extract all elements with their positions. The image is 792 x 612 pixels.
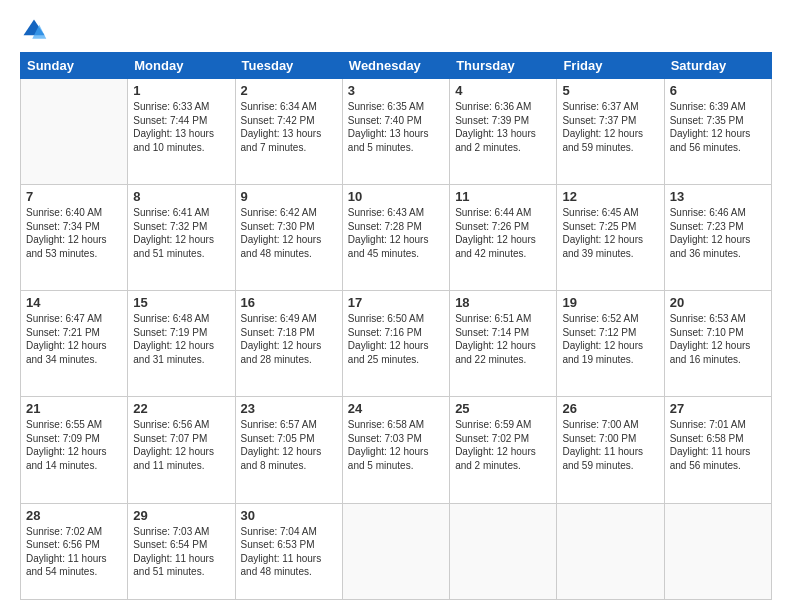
calendar-cell: 29Sunrise: 7:03 AM Sunset: 6:54 PM Dayli… [128,503,235,600]
calendar-cell: 23Sunrise: 6:57 AM Sunset: 7:05 PM Dayli… [235,397,342,503]
weekday-header-monday: Monday [128,53,235,79]
logo [20,16,52,44]
day-info: Sunrise: 6:58 AM Sunset: 7:03 PM Dayligh… [348,418,444,472]
calendar-cell: 7Sunrise: 6:40 AM Sunset: 7:34 PM Daylig… [21,185,128,291]
calendar-cell: 20Sunrise: 6:53 AM Sunset: 7:10 PM Dayli… [664,291,771,397]
day-number: 11 [455,189,551,204]
calendar-cell: 19Sunrise: 6:52 AM Sunset: 7:12 PM Dayli… [557,291,664,397]
weekday-header-saturday: Saturday [664,53,771,79]
day-number: 4 [455,83,551,98]
day-number: 7 [26,189,122,204]
day-info: Sunrise: 6:53 AM Sunset: 7:10 PM Dayligh… [670,312,766,366]
day-info: Sunrise: 6:34 AM Sunset: 7:42 PM Dayligh… [241,100,337,154]
day-number: 17 [348,295,444,310]
day-number: 6 [670,83,766,98]
day-info: Sunrise: 7:04 AM Sunset: 6:53 PM Dayligh… [241,525,337,579]
calendar-cell: 30Sunrise: 7:04 AM Sunset: 6:53 PM Dayli… [235,503,342,600]
calendar-cell: 16Sunrise: 6:49 AM Sunset: 7:18 PM Dayli… [235,291,342,397]
day-info: Sunrise: 6:45 AM Sunset: 7:25 PM Dayligh… [562,206,658,260]
calendar-table: SundayMondayTuesdayWednesdayThursdayFrid… [20,52,772,600]
calendar-cell: 17Sunrise: 6:50 AM Sunset: 7:16 PM Dayli… [342,291,449,397]
week-row-1: 1Sunrise: 6:33 AM Sunset: 7:44 PM Daylig… [21,79,772,185]
day-number: 23 [241,401,337,416]
day-info: Sunrise: 6:41 AM Sunset: 7:32 PM Dayligh… [133,206,229,260]
day-number: 25 [455,401,551,416]
calendar-cell: 2Sunrise: 6:34 AM Sunset: 7:42 PM Daylig… [235,79,342,185]
day-number: 2 [241,83,337,98]
weekday-header-sunday: Sunday [21,53,128,79]
week-row-4: 21Sunrise: 6:55 AM Sunset: 7:09 PM Dayli… [21,397,772,503]
week-row-3: 14Sunrise: 6:47 AM Sunset: 7:21 PM Dayli… [21,291,772,397]
day-info: Sunrise: 6:51 AM Sunset: 7:14 PM Dayligh… [455,312,551,366]
day-info: Sunrise: 6:40 AM Sunset: 7:34 PM Dayligh… [26,206,122,260]
day-number: 28 [26,508,122,523]
weekday-header-wednesday: Wednesday [342,53,449,79]
day-number: 9 [241,189,337,204]
header [20,16,772,44]
calendar-cell: 9Sunrise: 6:42 AM Sunset: 7:30 PM Daylig… [235,185,342,291]
day-number: 21 [26,401,122,416]
calendar-cell: 1Sunrise: 6:33 AM Sunset: 7:44 PM Daylig… [128,79,235,185]
day-info: Sunrise: 6:56 AM Sunset: 7:07 PM Dayligh… [133,418,229,472]
day-info: Sunrise: 7:03 AM Sunset: 6:54 PM Dayligh… [133,525,229,579]
weekday-header-row: SundayMondayTuesdayWednesdayThursdayFrid… [21,53,772,79]
calendar-cell: 13Sunrise: 6:46 AM Sunset: 7:23 PM Dayli… [664,185,771,291]
day-info: Sunrise: 7:01 AM Sunset: 6:58 PM Dayligh… [670,418,766,472]
day-info: Sunrise: 6:55 AM Sunset: 7:09 PM Dayligh… [26,418,122,472]
day-info: Sunrise: 6:39 AM Sunset: 7:35 PM Dayligh… [670,100,766,154]
calendar-cell: 3Sunrise: 6:35 AM Sunset: 7:40 PM Daylig… [342,79,449,185]
day-info: Sunrise: 6:33 AM Sunset: 7:44 PM Dayligh… [133,100,229,154]
calendar-cell: 5Sunrise: 6:37 AM Sunset: 7:37 PM Daylig… [557,79,664,185]
day-number: 18 [455,295,551,310]
calendar-cell: 15Sunrise: 6:48 AM Sunset: 7:19 PM Dayli… [128,291,235,397]
calendar-cell: 12Sunrise: 6:45 AM Sunset: 7:25 PM Dayli… [557,185,664,291]
day-number: 8 [133,189,229,204]
calendar-cell: 14Sunrise: 6:47 AM Sunset: 7:21 PM Dayli… [21,291,128,397]
day-number: 26 [562,401,658,416]
day-number: 16 [241,295,337,310]
calendar-cell [21,79,128,185]
week-row-2: 7Sunrise: 6:40 AM Sunset: 7:34 PM Daylig… [21,185,772,291]
day-info: Sunrise: 6:49 AM Sunset: 7:18 PM Dayligh… [241,312,337,366]
week-row-5: 28Sunrise: 7:02 AM Sunset: 6:56 PM Dayli… [21,503,772,600]
calendar-cell: 24Sunrise: 6:58 AM Sunset: 7:03 PM Dayli… [342,397,449,503]
day-number: 10 [348,189,444,204]
page: SundayMondayTuesdayWednesdayThursdayFrid… [0,0,792,612]
calendar-cell [342,503,449,600]
day-number: 24 [348,401,444,416]
day-number: 12 [562,189,658,204]
day-info: Sunrise: 6:42 AM Sunset: 7:30 PM Dayligh… [241,206,337,260]
calendar-cell: 28Sunrise: 7:02 AM Sunset: 6:56 PM Dayli… [21,503,128,600]
calendar-cell: 21Sunrise: 6:55 AM Sunset: 7:09 PM Dayli… [21,397,128,503]
day-number: 22 [133,401,229,416]
day-number: 14 [26,295,122,310]
day-info: Sunrise: 6:52 AM Sunset: 7:12 PM Dayligh… [562,312,658,366]
day-info: Sunrise: 6:36 AM Sunset: 7:39 PM Dayligh… [455,100,551,154]
calendar-cell: 18Sunrise: 6:51 AM Sunset: 7:14 PM Dayli… [450,291,557,397]
day-number: 30 [241,508,337,523]
day-info: Sunrise: 6:47 AM Sunset: 7:21 PM Dayligh… [26,312,122,366]
day-number: 29 [133,508,229,523]
calendar-cell: 26Sunrise: 7:00 AM Sunset: 7:00 PM Dayli… [557,397,664,503]
weekday-header-tuesday: Tuesday [235,53,342,79]
logo-icon [20,16,48,44]
calendar-cell: 22Sunrise: 6:56 AM Sunset: 7:07 PM Dayli… [128,397,235,503]
calendar-cell: 6Sunrise: 6:39 AM Sunset: 7:35 PM Daylig… [664,79,771,185]
weekday-header-thursday: Thursday [450,53,557,79]
day-number: 15 [133,295,229,310]
day-number: 5 [562,83,658,98]
calendar-cell [664,503,771,600]
calendar-cell [450,503,557,600]
day-number: 20 [670,295,766,310]
day-info: Sunrise: 6:50 AM Sunset: 7:16 PM Dayligh… [348,312,444,366]
day-info: Sunrise: 6:59 AM Sunset: 7:02 PM Dayligh… [455,418,551,472]
day-info: Sunrise: 6:37 AM Sunset: 7:37 PM Dayligh… [562,100,658,154]
day-number: 3 [348,83,444,98]
day-info: Sunrise: 6:43 AM Sunset: 7:28 PM Dayligh… [348,206,444,260]
day-number: 27 [670,401,766,416]
calendar-cell: 27Sunrise: 7:01 AM Sunset: 6:58 PM Dayli… [664,397,771,503]
day-info: Sunrise: 6:44 AM Sunset: 7:26 PM Dayligh… [455,206,551,260]
day-info: Sunrise: 6:48 AM Sunset: 7:19 PM Dayligh… [133,312,229,366]
weekday-header-friday: Friday [557,53,664,79]
day-number: 13 [670,189,766,204]
